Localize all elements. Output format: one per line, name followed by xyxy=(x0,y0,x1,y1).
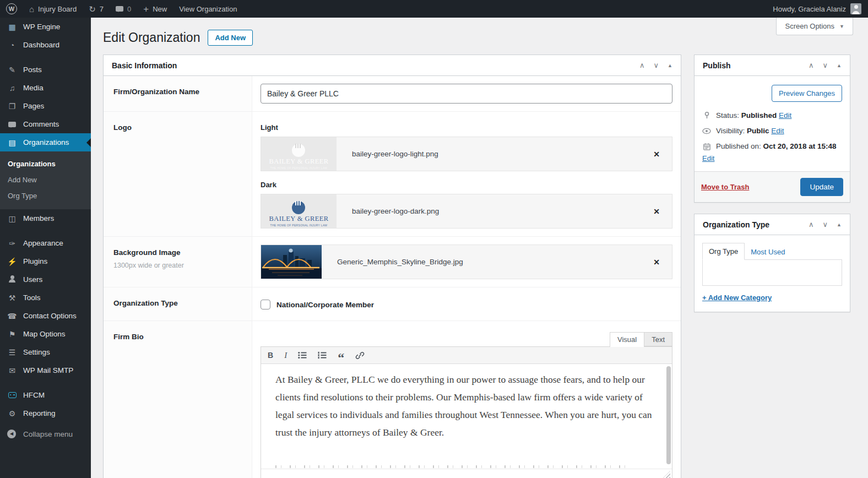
submenu-item-org-type[interactable]: Org Type xyxy=(0,188,91,204)
published-on-row: Published on: Oct 20, 2018 at 15:48 xyxy=(702,142,842,151)
link-button[interactable] xyxy=(355,347,365,363)
admin-bar: W ⌂ Injury Board ↻ 7 0 + New View Organi… xyxy=(0,0,868,18)
sidebar-item-label: Map Options xyxy=(23,330,66,338)
firm-name-input[interactable] xyxy=(261,84,672,104)
move-down-icon[interactable]: ∨ xyxy=(823,220,828,229)
tab-visual[interactable]: Visual xyxy=(610,332,644,347)
organization-type-label: Organization Type xyxy=(104,287,252,321)
sidebar-item-members[interactable]: ◫ Members xyxy=(0,209,91,227)
logo-emblem xyxy=(292,201,305,214)
updates-icon: ↻ xyxy=(89,5,96,13)
sidebar-item-posts[interactable]: ✎ Posts xyxy=(0,61,91,79)
remove-logo-dark-button[interactable]: ✕ xyxy=(653,207,660,216)
add-new-category-link[interactable]: + Add New Category xyxy=(702,294,772,302)
resize-handle[interactable] xyxy=(663,471,670,478)
pages-icon: ❐ xyxy=(7,102,17,110)
national-corporate-member-checkbox[interactable] xyxy=(261,300,270,309)
row-background-image: Background Image 1300px wide or greater xyxy=(104,237,681,287)
firm-bio-textarea[interactable]: At Bailey & Greer, PLLC we do everything… xyxy=(261,364,672,469)
user-icon xyxy=(7,275,17,284)
collapse-menu-button[interactable]: ◀ Collapse menu xyxy=(0,425,91,443)
move-down-icon[interactable]: ∨ xyxy=(654,61,659,69)
view-organization-link[interactable]: View Organization xyxy=(173,0,243,18)
screen-options-label: Screen Options xyxy=(785,22,834,30)
sidebar-item-plugins[interactable]: ⚡ Plugins xyxy=(0,252,91,270)
publish-footer: Move to Trash Update xyxy=(695,171,850,202)
pin-icon xyxy=(702,111,711,120)
category-checklist[interactable] xyxy=(702,259,842,286)
screen-options-button[interactable]: Screen Options ▼ xyxy=(776,18,853,35)
numbered-list-button[interactable] xyxy=(318,347,327,363)
category-tabs: Org Type Most Used xyxy=(702,243,842,260)
italic-button[interactable]: I xyxy=(284,347,287,363)
firm-bio-paragraph: At Bailey & Greer, PLLC we do everything… xyxy=(275,371,658,441)
site-name-link[interactable]: ⌂ Injury Board xyxy=(23,0,83,18)
move-to-trash-link[interactable]: Move to Trash xyxy=(701,183,749,191)
sidebar-item-tools[interactable]: ⚒ Tools xyxy=(0,289,91,307)
new-content-link[interactable]: + New xyxy=(137,0,173,18)
tab-most-used[interactable]: Most Used xyxy=(745,244,791,260)
sidebar-item-comments[interactable]: Comments xyxy=(0,115,91,133)
page-header: Edit Organization Add New xyxy=(103,30,253,46)
editor-mode-tabs: Visual Text xyxy=(261,332,672,346)
comments-link[interactable]: 0 xyxy=(110,0,137,18)
national-corporate-member-label: National/Corporate Member xyxy=(276,301,374,309)
logo-light-filename: bailey-greer-logo-light.png xyxy=(352,150,438,158)
editor-toolbar: B I xyxy=(261,347,672,364)
sidebar-item-dashboard[interactable]: ◔ Dashboard xyxy=(0,36,91,54)
bold-button[interactable]: B xyxy=(268,347,273,363)
submenu-item-add-new[interactable]: Add New xyxy=(0,172,91,188)
tab-text[interactable]: Text xyxy=(644,332,672,346)
toggle-panel-icon[interactable]: ▲ xyxy=(668,63,672,68)
tab-org-type[interactable]: Org Type xyxy=(702,243,745,260)
sidebar-item-settings[interactable]: ☰ Settings xyxy=(0,343,91,361)
logo-light-label: Light xyxy=(261,123,672,132)
bullet-list-button[interactable] xyxy=(298,347,307,363)
pushpin-icon: ✎ xyxy=(7,66,17,74)
blockquote-button[interactable]: “ xyxy=(338,347,344,363)
sidebar-item-hfcm[interactable]: HFCM xyxy=(0,386,91,404)
edit-visibility-link[interactable]: Edit xyxy=(771,127,784,135)
sidebar-item-label: Pages xyxy=(23,102,44,110)
sidebar-item-organizations[interactable]: ▤ Organizations xyxy=(0,133,91,151)
toggle-panel-icon[interactable]: ▲ xyxy=(837,222,842,227)
sidebar-item-media[interactable]: ♫ Media xyxy=(0,79,91,97)
background-image-filename: Generic_Memphis_Skyline_Bridge.jpg xyxy=(337,258,463,266)
move-down-icon[interactable]: ∨ xyxy=(823,61,828,69)
edit-published-date-link[interactable]: Edit xyxy=(702,154,714,162)
remove-logo-light-button[interactable]: ✕ xyxy=(653,150,660,159)
move-up-icon[interactable]: ∧ xyxy=(639,61,645,69)
editor-scrollbar[interactable] xyxy=(666,366,671,464)
chevron-down-icon: ▼ xyxy=(839,24,844,29)
update-button[interactable]: Update xyxy=(800,178,843,196)
move-up-icon[interactable]: ∧ xyxy=(809,61,814,69)
submenu-item-organizations[interactable]: Organizations xyxy=(0,156,91,172)
menu-separator xyxy=(0,379,91,386)
new-label: New xyxy=(153,5,167,13)
account-menu[interactable]: Howdy, Graciela Alaniz xyxy=(773,3,868,14)
add-new-button[interactable]: Add New xyxy=(208,30,253,46)
sidebar-item-map-options[interactable]: ⚑ Map Options xyxy=(0,325,91,343)
wordpress-menu[interactable]: W xyxy=(0,0,23,18)
collapse-menu-label: Collapse menu xyxy=(23,430,73,438)
sidebar-item-appearance[interactable]: ✑ Appearance xyxy=(0,234,91,252)
brush-icon: ✑ xyxy=(7,240,17,247)
logo-dark-file-item: BAILEY & GREER THE HOME OF PERSONAL INJU… xyxy=(261,194,672,229)
sidebar-item-label: Dashboard xyxy=(23,41,59,49)
remove-background-image-button[interactable]: ✕ xyxy=(653,258,660,267)
move-up-icon[interactable]: ∧ xyxy=(809,220,814,229)
toggle-panel-icon[interactable]: ▲ xyxy=(837,63,842,68)
sidebar-item-label: WP Engine xyxy=(23,23,60,31)
calendar-icon xyxy=(702,143,711,151)
media-icon: ♫ xyxy=(7,84,17,92)
updates-link[interactable]: ↻ 7 xyxy=(83,0,110,18)
sidebar-item-wp-engine[interactable]: ▦ WP Engine xyxy=(0,18,91,36)
sidebar-item-reporting[interactable]: ⚙ Reporting xyxy=(0,404,91,422)
preview-changes-button[interactable]: Preview Changes xyxy=(772,85,842,102)
sidebar-item-contact-options[interactable]: ☎ Contact Options xyxy=(0,307,91,325)
sidebar-item-users[interactable]: Users xyxy=(0,270,91,289)
edit-status-link[interactable]: Edit xyxy=(779,111,791,120)
sidebar-item-pages[interactable]: ❐ Pages xyxy=(0,97,91,115)
dashboard-icon: ◔ xyxy=(7,41,17,49)
sidebar-item-wp-mail-smtp[interactable]: ✉ WP Mail SMTP xyxy=(0,361,91,379)
